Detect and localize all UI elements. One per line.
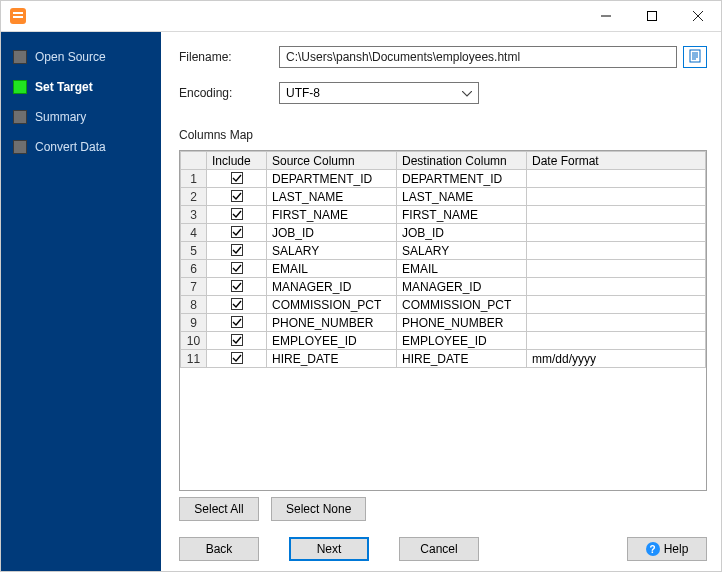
step-set-target[interactable]: Set Target <box>1 72 161 102</box>
table-row[interactable]: 2LAST_NAMELAST_NAME <box>181 188 706 206</box>
include-checkbox[interactable] <box>231 244 243 256</box>
table-row[interactable]: 6EMAILEMAIL <box>181 260 706 278</box>
date-format-cell[interactable] <box>527 188 706 206</box>
include-cell[interactable] <box>207 242 267 260</box>
include-cell[interactable] <box>207 332 267 350</box>
back-button[interactable]: Back <box>179 537 259 561</box>
minimize-button[interactable] <box>583 1 629 31</box>
destination-column-cell[interactable]: DEPARTMENT_ID <box>397 170 527 188</box>
include-checkbox[interactable] <box>231 298 243 310</box>
help-button[interactable]: ? Help <box>627 537 707 561</box>
close-button[interactable] <box>675 1 721 31</box>
encoding-select[interactable]: UTF-8 <box>279 82 479 104</box>
columns-map-table-wrap[interactable]: Include Source Column Destination Column… <box>179 150 707 491</box>
destination-column-cell[interactable]: HIRE_DATE <box>397 350 527 368</box>
destination-column-cell[interactable]: EMAIL <box>397 260 527 278</box>
wizard-footer: Back Next Cancel ? Help <box>179 535 707 561</box>
include-checkbox[interactable] <box>231 208 243 220</box>
table-row[interactable]: 10EMPLOYEE_IDEMPLOYEE_ID <box>181 332 706 350</box>
filename-input[interactable] <box>279 46 677 68</box>
source-column-cell[interactable]: DEPARTMENT_ID <box>267 170 397 188</box>
next-button[interactable]: Next <box>289 537 369 561</box>
destination-column-cell[interactable]: LAST_NAME <box>397 188 527 206</box>
table-row[interactable]: 7MANAGER_IDMANAGER_ID <box>181 278 706 296</box>
table-row[interactable]: 1DEPARTMENT_IDDEPARTMENT_ID <box>181 170 706 188</box>
step-summary[interactable]: Summary <box>1 102 161 132</box>
select-none-button[interactable]: Select None <box>271 497 366 521</box>
step-marker-icon <box>13 50 27 64</box>
date-format-cell[interactable] <box>527 170 706 188</box>
date-format-cell[interactable] <box>527 278 706 296</box>
source-column-cell[interactable]: JOB_ID <box>267 224 397 242</box>
maximize-button[interactable] <box>629 1 675 31</box>
destination-column-cell[interactable]: FIRST_NAME <box>397 206 527 224</box>
document-icon <box>688 49 702 66</box>
content-area: Filename: Encoding: UTF-8 <box>161 32 721 571</box>
source-column-cell[interactable]: SALARY <box>267 242 397 260</box>
step-label: Summary <box>35 110 86 124</box>
columns-map-label: Columns Map <box>179 128 707 142</box>
include-checkbox[interactable] <box>231 172 243 184</box>
step-marker-icon <box>13 140 27 154</box>
svg-rect-4 <box>690 50 700 62</box>
destination-column-cell[interactable]: SALARY <box>397 242 527 260</box>
table-row[interactable]: 4JOB_IDJOB_ID <box>181 224 706 242</box>
source-column-cell[interactable]: EMPLOYEE_ID <box>267 332 397 350</box>
destination-column-cell[interactable]: MANAGER_ID <box>397 278 527 296</box>
source-column-cell[interactable]: MANAGER_ID <box>267 278 397 296</box>
include-checkbox[interactable] <box>231 190 243 202</box>
source-column-cell[interactable]: EMAIL <box>267 260 397 278</box>
row-number: 4 <box>181 224 207 242</box>
include-checkbox[interactable] <box>231 334 243 346</box>
header-destination-column[interactable]: Destination Column <box>397 152 527 170</box>
include-checkbox[interactable] <box>231 280 243 292</box>
help-label: Help <box>664 542 689 556</box>
include-cell[interactable] <box>207 260 267 278</box>
header-date-format[interactable]: Date Format <box>527 152 706 170</box>
destination-column-cell[interactable]: JOB_ID <box>397 224 527 242</box>
destination-column-cell[interactable]: PHONE_NUMBER <box>397 314 527 332</box>
date-format-cell[interactable] <box>527 242 706 260</box>
browse-button[interactable] <box>683 46 707 68</box>
source-column-cell[interactable]: PHONE_NUMBER <box>267 314 397 332</box>
include-cell[interactable] <box>207 350 267 368</box>
header-source-column[interactable]: Source Column <box>267 152 397 170</box>
date-format-cell[interactable]: mm/dd/yyyy <box>527 350 706 368</box>
help-icon: ? <box>646 542 660 556</box>
table-row[interactable]: 9PHONE_NUMBERPHONE_NUMBER <box>181 314 706 332</box>
table-row[interactable]: 5SALARYSALARY <box>181 242 706 260</box>
date-format-cell[interactable] <box>527 296 706 314</box>
include-cell[interactable] <box>207 188 267 206</box>
source-column-cell[interactable]: HIRE_DATE <box>267 350 397 368</box>
destination-column-cell[interactable]: EMPLOYEE_ID <box>397 332 527 350</box>
include-checkbox[interactable] <box>231 226 243 238</box>
include-cell[interactable] <box>207 206 267 224</box>
source-column-cell[interactable]: COMMISSION_PCT <box>267 296 397 314</box>
table-row[interactable]: 11HIRE_DATEHIRE_DATEmm/dd/yyyy <box>181 350 706 368</box>
destination-column-cell[interactable]: COMMISSION_PCT <box>397 296 527 314</box>
table-row[interactable]: 8COMMISSION_PCTCOMMISSION_PCT <box>181 296 706 314</box>
table-row[interactable]: 3FIRST_NAMEFIRST_NAME <box>181 206 706 224</box>
columns-map-table: Include Source Column Destination Column… <box>180 151 706 368</box>
step-open-source[interactable]: Open Source <box>1 42 161 72</box>
step-convert-data[interactable]: Convert Data <box>1 132 161 162</box>
header-include[interactable]: Include <box>207 152 267 170</box>
source-column-cell[interactable]: FIRST_NAME <box>267 206 397 224</box>
include-cell[interactable] <box>207 170 267 188</box>
date-format-cell[interactable] <box>527 332 706 350</box>
source-column-cell[interactable]: LAST_NAME <box>267 188 397 206</box>
include-checkbox[interactable] <box>231 352 243 364</box>
step-label: Set Target <box>35 80 93 94</box>
date-format-cell[interactable] <box>527 260 706 278</box>
date-format-cell[interactable] <box>527 224 706 242</box>
cancel-button[interactable]: Cancel <box>399 537 479 561</box>
date-format-cell[interactable] <box>527 206 706 224</box>
include-cell[interactable] <box>207 296 267 314</box>
include-checkbox[interactable] <box>231 262 243 274</box>
include-checkbox[interactable] <box>231 316 243 328</box>
include-cell[interactable] <box>207 314 267 332</box>
include-cell[interactable] <box>207 278 267 296</box>
date-format-cell[interactable] <box>527 314 706 332</box>
include-cell[interactable] <box>207 224 267 242</box>
select-all-button[interactable]: Select All <box>179 497 259 521</box>
